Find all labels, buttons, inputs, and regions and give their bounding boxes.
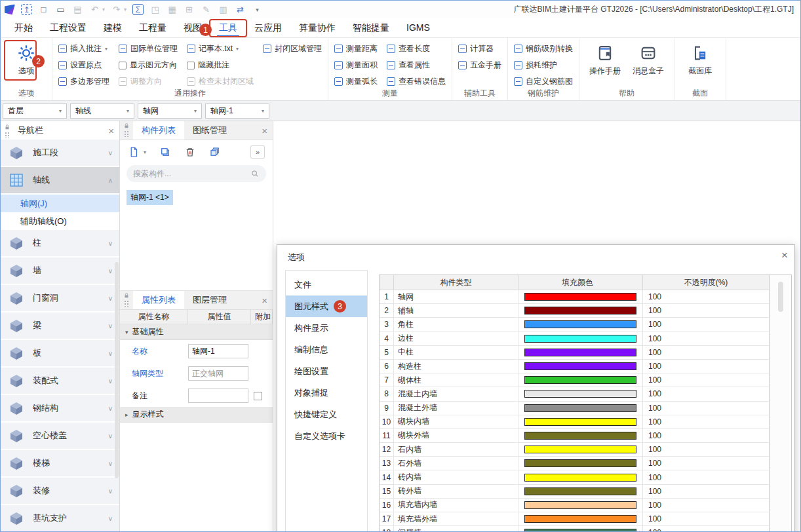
properties-tab-1[interactable]: 图层管理 <box>184 291 235 309</box>
import-project-icon[interactable]: ↥ <box>21 4 32 15</box>
opacity-cell[interactable]: 100 <box>643 402 769 415</box>
category-select[interactable]: 轴线▾ <box>70 104 134 119</box>
floor-select[interactable]: 首层▾ <box>3 104 67 119</box>
properties-lock-icon[interactable] <box>120 291 133 309</box>
open-project-icon[interactable]: ▭ <box>55 4 66 15</box>
hardware-manual-button[interactable]: 五金手册 <box>458 57 501 73</box>
fill-color-cell[interactable] <box>518 304 643 317</box>
tab-smart-quantity[interactable]: 智能提量 <box>344 18 398 37</box>
opacity-cell[interactable]: 100 <box>643 429 769 442</box>
fill-color-cell[interactable] <box>518 512 643 525</box>
operation-manual-button[interactable]: 操作手册 <box>585 41 625 77</box>
opacity-cell[interactable]: 100 <box>643 373 769 387</box>
insert-comment-caret-icon[interactable]: ▾ <box>105 46 107 52</box>
redo-icon-caret[interactable]: ▾ <box>124 7 127 12</box>
property-value-input[interactable] <box>188 389 248 403</box>
type-select[interactable]: 轴网▾ <box>138 104 202 119</box>
color-swatch[interactable] <box>524 376 636 384</box>
hide-comment-checkbox[interactable] <box>187 62 195 69</box>
dialog-menu-compile-info[interactable]: 编制信息 <box>286 339 367 360</box>
fill-color-cell[interactable] <box>518 290 643 303</box>
undo-icon[interactable]: ↶ <box>89 4 100 15</box>
color-swatch[interactable] <box>524 474 636 482</box>
opacity-cell[interactable]: 100 <box>643 332 769 345</box>
fill-color-cell[interactable] <box>518 402 643 415</box>
dialog-menu-object-snap[interactable]: 对象捕捉 <box>286 382 367 404</box>
fill-color-cell[interactable] <box>518 373 643 387</box>
component-search-input[interactable]: 搜索构件... <box>127 165 266 182</box>
sidebar-item-wall[interactable]: 墙∨ <box>1 257 119 284</box>
sidebar-item-slab[interactable]: 板∨ <box>1 340 119 366</box>
column-view-icon[interactable]: ▥ <box>218 4 229 15</box>
fill-color-cell[interactable] <box>518 429 643 442</box>
show-element-direction-button[interactable]: 显示图元方向 <box>119 57 178 73</box>
new-component-icon[interactable] <box>128 146 140 158</box>
property-value-input[interactable]: 轴网-1 <box>188 344 248 358</box>
sidebar-item-hollow-floor[interactable]: 空心楼盖∨ <box>1 423 119 449</box>
sidebar-item-pit-support[interactable]: 基坑支护∨ <box>1 505 119 531</box>
pin-lock-icon[interactable] <box>1 123 14 138</box>
fill-color-cell[interactable] <box>518 470 643 484</box>
color-swatch[interactable] <box>524 390 636 398</box>
fill-color-cell[interactable] <box>518 318 643 331</box>
sidebar-item-column[interactable]: 柱∨ <box>1 230 119 256</box>
opacity-cell[interactable]: 100 <box>643 470 769 484</box>
show-element-direction-checkbox[interactable] <box>119 62 127 69</box>
dialog-menu-custom-tab[interactable]: 自定义选项卡 <box>286 425 367 447</box>
opacity-cell[interactable]: 100 <box>643 415 769 428</box>
sidebar-item-decoration[interactable]: 装修∨ <box>1 478 119 504</box>
paste-component-icon[interactable] <box>209 146 221 158</box>
property-group-collapsed[interactable]: ▸显示样式 <box>120 407 273 423</box>
color-swatch[interactable] <box>524 293 636 301</box>
view-check-icon[interactable]: ◳ <box>149 4 161 15</box>
fill-color-cell[interactable] <box>518 346 643 359</box>
fill-color-cell[interactable] <box>518 526 643 532</box>
redo-icon[interactable]: ↷ <box>111 4 122 15</box>
sidebar-scrollbar[interactable] <box>115 262 119 478</box>
fill-color-cell[interactable] <box>518 485 643 498</box>
copy-component-icon[interactable] <box>159 146 171 158</box>
measure-distance-button[interactable]: 测量距离 <box>334 41 378 57</box>
sidebar-item-prefab[interactable]: 装配式∨ <box>1 368 119 394</box>
tab-modeling[interactable]: 建模 <box>95 18 130 37</box>
fill-color-cell[interactable] <box>518 499 643 512</box>
qat-more-icon[interactable]: ▾ <box>252 4 263 15</box>
opacity-cell[interactable]: 100 <box>643 443 769 456</box>
color-swatch[interactable] <box>524 432 636 440</box>
color-swatch[interactable] <box>524 529 636 532</box>
opacity-cell[interactable]: 100 <box>643 512 769 525</box>
new-project-icon[interactable]: □ <box>38 4 49 15</box>
tab-igms[interactable]: IGMS <box>398 18 439 37</box>
table-scrollbar[interactable] <box>769 275 791 532</box>
sidebar-item-axis[interactable]: 轴线∧ <box>1 167 119 193</box>
drag-grip-icon[interactable] <box>5 132 10 138</box>
dialog-menu-drawing-settings[interactable]: 绘图设置 <box>286 360 367 382</box>
opacity-cell[interactable]: 100 <box>643 304 769 317</box>
dialog-menu-element-style[interactable]: 图元样式3 <box>286 295 367 317</box>
tab-project-settings[interactable]: 工程设置 <box>41 18 95 37</box>
opacity-cell[interactable]: 100 <box>643 499 769 512</box>
opacity-cell[interactable]: 100 <box>643 360 769 373</box>
property-value-input[interactable]: 正交轴网 <box>188 366 248 381</box>
view-property-button[interactable]: 查看属性 <box>387 57 446 73</box>
component-close-icon[interactable]: × <box>262 121 267 140</box>
tab-tools[interactable]: 工具 <box>210 18 246 37</box>
fill-color-cell[interactable] <box>518 443 643 456</box>
set-origin-button[interactable]: 设置原点 <box>58 57 109 73</box>
opacity-cell[interactable]: 100 <box>643 290 769 303</box>
color-swatch[interactable] <box>524 487 636 495</box>
color-swatch[interactable] <box>524 459 636 467</box>
expand-panel-button[interactable]: » <box>250 145 265 159</box>
opacity-cell[interactable]: 100 <box>643 346 769 359</box>
property-group-expanded[interactable]: ▾基础属性 <box>120 324 273 340</box>
tab-cloud-app[interactable]: 云应用 <box>246 18 290 37</box>
opacity-cell[interactable]: 100 <box>643 526 769 532</box>
undo-icon-caret[interactable]: ▾ <box>102 7 105 12</box>
properties-tab-0[interactable]: 属性列表 <box>133 291 184 309</box>
rebar-level-convert-button[interactable]: 钢筋级别转换 <box>514 41 573 57</box>
element-select[interactable]: 轴网-1▾ <box>205 104 269 119</box>
color-swatch[interactable] <box>524 335 636 343</box>
hide-comment-button[interactable]: 隐藏批注 <box>187 57 254 73</box>
color-swatch[interactable] <box>524 501 636 509</box>
property-extra-checkbox[interactable] <box>254 392 262 400</box>
